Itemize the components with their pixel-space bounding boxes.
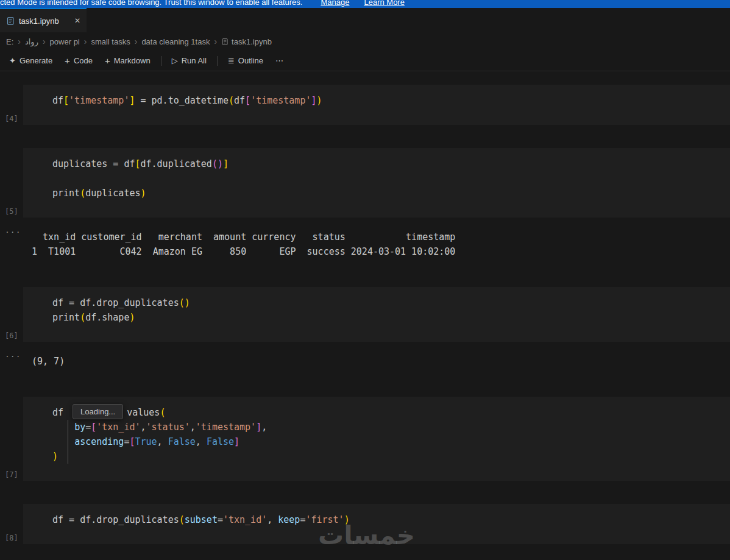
code-token: print [52, 312, 80, 323]
code-token: ascending [74, 436, 124, 447]
notebook-cell: [7]df Loading...values( by=['txn_id','st… [0, 397, 730, 481]
more-icon: ⋯ [275, 56, 283, 65]
run-all-button[interactable]: ▷ Run All [166, 54, 212, 68]
add-markdown-button[interactable]: + Markdown [99, 54, 156, 68]
code-token: True [135, 436, 157, 447]
code-token: ( [160, 407, 165, 418]
add-code-label: Code [74, 56, 93, 65]
breadcrumb-item-rawad[interactable]: رواد [25, 37, 38, 46]
output-toggle[interactable]: ··· [5, 227, 21, 236]
outline-icon: ≣ [228, 56, 235, 65]
code-line: df['timestamp'] = pd.to_datetime(df['tim… [52, 93, 720, 108]
code-token: ( [229, 95, 234, 106]
code-line [52, 171, 720, 186]
notebook: [4]df['timestamp'] = pd.to_datetime(df['… [0, 71, 730, 544]
cell-gutter: [8] [0, 504, 23, 544]
code-token: False [168, 436, 196, 447]
add-code-button[interactable]: + Code [59, 54, 98, 68]
code-cell-editor[interactable]: df Loading...values( by=['txn_id','statu… [23, 397, 730, 481]
code-token [52, 436, 74, 447]
code-token: 'txn_id' [96, 422, 140, 433]
notebook-file-icon [221, 38, 229, 46]
breadcrumb-item-power-pi[interactable]: power pi [50, 37, 80, 46]
manage-link[interactable]: Manage [321, 0, 349, 7]
breadcrumb-item-data-cleaning[interactable]: data cleaning 1task [141, 37, 210, 46]
plus-icon: + [105, 57, 110, 65]
code-line: ) [52, 449, 720, 464]
breadcrumb-item-small-tasks[interactable]: small tasks [91, 37, 130, 46]
code-cell-editor[interactable]: df = df.drop_duplicates()print(df.shape) [23, 287, 730, 342]
code-line: print(df.shape) [52, 310, 720, 325]
outline-label: Outline [238, 56, 263, 65]
loading-tooltip: Loading... [73, 404, 123, 419]
learn-more-link[interactable]: Learn More [364, 0, 404, 7]
code-token: ] [223, 158, 229, 169]
code-token: , [196, 436, 207, 447]
play-icon: ▷ [172, 56, 178, 65]
plus-icon: + [65, 57, 70, 65]
code-token: duplicates = df [52, 158, 135, 169]
code-line: df = df.drop_duplicates() [52, 296, 720, 310]
code-token: 'first' [305, 514, 344, 525]
output-cell: ···(9, 7) [0, 349, 730, 374]
code-token: ) [317, 95, 322, 106]
generate-button[interactable]: ✦ Generate [4, 54, 58, 68]
code-token: ) [141, 188, 146, 199]
code-token: = pd.to_datetime [135, 95, 229, 106]
banner-message: cted Mode is intended for safe code brow… [0, 0, 302, 7]
code-cell-editor[interactable]: duplicates = df[df.duplicated()]print(du… [23, 148, 730, 218]
toolbar-separator [217, 56, 218, 66]
code-token: ] [234, 436, 239, 447]
tab-title: task1.ipynb [19, 16, 59, 26]
code-token: , [261, 422, 267, 433]
output-toggle[interactable]: ··· [5, 352, 21, 361]
code-token: ] [311, 95, 316, 106]
code-token: ) [52, 451, 58, 462]
outline-button[interactable]: ≣ Outline [222, 54, 269, 68]
code-token: , [157, 436, 168, 447]
breadcrumb: E: › رواد › power pi › small tasks › dat… [0, 32, 730, 51]
notebook-cell: [4]df['timestamp'] = pd.to_datetime(df['… [0, 85, 730, 125]
chevron-right-icon: › [18, 37, 21, 46]
cell-gutter: [7] [0, 397, 23, 481]
code-token: ( [80, 188, 85, 199]
notebook-cell: [5]duplicates = df[df.duplicated()]print… [0, 148, 730, 218]
close-icon[interactable]: ✕ [74, 16, 80, 25]
code-token: [ [135, 158, 140, 169]
code-token: ( [80, 312, 85, 323]
code-cell-editor[interactable]: df['timestamp'] = pd.to_datetime(df['tim… [23, 85, 730, 125]
cell-gutter: [4] [0, 85, 23, 125]
code-token: subset [185, 514, 218, 525]
chevron-right-icon: › [214, 37, 217, 46]
chevron-right-icon: › [84, 37, 87, 46]
tab-task1[interactable]: task1.ipynb ✕ [0, 8, 87, 32]
code-token: by [74, 422, 85, 433]
code-token: df = df.drop_duplicates [52, 297, 179, 308]
code-cell-editor[interactable]: df = df.drop_duplicates(subset='txn_id',… [23, 504, 730, 544]
code-token: df.shape [85, 312, 129, 323]
code-line: ascending=[True, False, False] [52, 434, 720, 449]
code-token: values [127, 407, 160, 418]
more-actions-button[interactable]: ⋯ [270, 54, 289, 68]
code-token: 'timestamp' [196, 422, 256, 433]
cell-gutter: ··· [0, 225, 23, 264]
code-token [52, 422, 74, 433]
notebook-cell: [6]df = df.drop_duplicates()print(df.sha… [0, 287, 730, 342]
code-token: duplicates [85, 188, 140, 199]
code-token: , [190, 422, 196, 433]
code-token: df [52, 407, 69, 418]
code-line: df Loading...values( [52, 405, 720, 420]
breadcrumb-item-drive[interactable]: E: [6, 37, 13, 46]
code-token: 'timestamp' [250, 95, 311, 106]
chevron-right-icon: › [135, 37, 138, 46]
code-token: ( [179, 514, 185, 525]
execution-count: [5] [5, 207, 18, 216]
code-token: [ [91, 422, 96, 433]
notebook-cell: [8]df = df.drop_duplicates(subset='txn_i… [0, 504, 730, 544]
code-token: ) [129, 312, 135, 323]
breadcrumb-item-file[interactable]: task1.ipynb [232, 37, 272, 46]
add-markdown-label: Markdown [114, 56, 151, 65]
code-line: duplicates = df[df.duplicated()] [52, 157, 720, 171]
toolbar-separator [161, 56, 161, 66]
tab-bar: task1.ipynb ✕ [0, 8, 730, 32]
